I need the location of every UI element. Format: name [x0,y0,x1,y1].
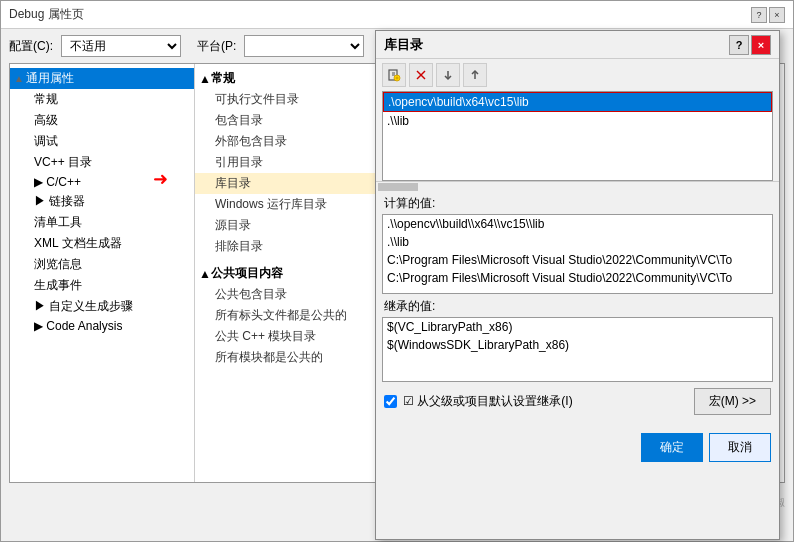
props-group-common: ▲ 常规 [195,68,379,89]
tree-panel: ▲ 通用属性 常规 高级 调试 VC++ 目录 ▶ C/C++ ▶ 链接器 清单… [10,64,195,482]
main-titlebar-buttons: ? × [751,7,785,23]
main-titlebar: Debug 属性页 ? × [1,1,793,29]
computed-label: 计算的值: [376,191,779,214]
props-group-public-label: 公共项目内容 [211,265,283,282]
inherited-label: 继承的值: [376,294,779,317]
main-window-title: Debug 属性页 [9,6,751,23]
computed-item-4: C:\Program Files\Microsoft Visual Studio… [383,269,772,287]
computed-item-3: C:\Program Files\Microsoft Visual Studio… [383,251,772,269]
props-item-executable-dir[interactable]: 可执行文件目录 [195,89,379,110]
props-item-win-runtime-dir[interactable]: Windows 运行库目录 [195,194,379,215]
props-panel: ▲ 常规 可执行文件目录 包含目录 外部包含目录 引用目录 库目录 Window… [195,64,380,482]
tree-item-custom-build[interactable]: ▶ 自定义生成步骤 [10,296,194,317]
dialog-ok-btn[interactable]: 确定 [641,433,703,462]
dialog-toolbar [376,59,779,91]
toolbar-delete-btn[interactable] [409,63,433,87]
props-item-public-include[interactable]: 公共包含目录 [195,284,379,305]
tree-group-general-label: 通用属性 [26,70,74,87]
props-item-public-module-dir[interactable]: 公共 C++ 模块目录 [195,326,379,347]
platform-combo[interactable] [244,35,364,57]
props-item-include-dir[interactable]: 包含目录 [195,110,379,131]
tree-arrow-code-analysis: ▶ [34,319,46,333]
path-listbox[interactable]: .\opencv\build\x64\vc15\lib .\\lib [382,91,773,181]
path-item-lib-text: .\\lib [387,114,409,128]
tree-arrow-general: ▲ [14,73,26,84]
inherited-item-1: $(VC_LibraryPath_x86) [383,318,772,336]
dialog-help-btn[interactable]: ? [729,35,749,55]
path-item-opencv[interactable]: .\opencv\build\x64\vc15\lib [383,92,772,112]
props-arrow-common: ▲ [199,72,211,86]
platform-label: 平台(P: [197,38,236,55]
toolbar-down-btn[interactable] [436,63,460,87]
tree-item-linker[interactable]: ▶ 链接器 [10,191,194,212]
tree-item-manifest[interactable]: 清单工具 [10,212,194,233]
dialog-cancel-btn[interactable]: 取消 [709,433,771,462]
tree-item-vcpp-dir[interactable]: VC++ 目录 [10,152,194,173]
dialog-close-btn[interactable]: × [751,35,771,55]
path-listbox-hscroll[interactable] [376,181,779,191]
macro-btn[interactable]: 宏(M) >> [694,388,771,415]
computed-item-2: .\\lib [383,233,772,251]
inherited-item-2: $(WindowsSDK_LibraryPath_x86) [383,336,772,354]
props-item-all-headers-public[interactable]: 所有标头文件都是公共的 [195,305,379,326]
tree-item-xml[interactable]: XML 文档生成器 [10,233,194,254]
tree-arrow-custom: ▶ [34,299,49,313]
config-label: 配置(C): [9,38,53,55]
dialog-bottom: 确定 取消 [376,425,779,470]
props-item-lib-dir[interactable]: 库目录 [195,173,379,194]
tree-item-cpp[interactable]: ▶ C/C++ [10,173,194,191]
help-button[interactable]: ? [751,7,767,23]
inherit-checkbox[interactable] [384,395,397,408]
tree-item-advanced[interactable]: 高级 [10,110,194,131]
tree-arrow-cpp: ▶ [34,175,46,189]
inherit-label: ☑ 从父级或项目默认设置继承(I) [403,393,573,410]
path-item-opencv-text: .\opencv\build\x64\vc15\lib [388,95,529,109]
props-item-reference-dir[interactable]: 引用目录 [195,152,379,173]
tree-item-code-analysis[interactable]: ▶ Code Analysis [10,317,194,335]
inherited-values-box: $(VC_LibraryPath_x86) $(WindowsSDK_Libra… [382,317,773,382]
dialog-title: 库目录 [384,36,727,54]
tree-item-build-events[interactable]: 生成事件 [10,275,194,296]
hscroll-thumb [378,183,418,191]
computed-item-1: .\\opencv\\build\\x64\\vc15\\lib [383,215,772,233]
tree-arrow-linker: ▶ [34,194,49,208]
tree-item-common[interactable]: 常规 [10,89,194,110]
tree-item-debug[interactable]: 调试 [10,131,194,152]
path-item-lib[interactable]: .\\lib [383,112,772,130]
props-arrow-public: ▲ [199,267,211,281]
tree-group-general[interactable]: ▲ 通用属性 [10,68,194,89]
tree-item-browse[interactable]: 浏览信息 [10,254,194,275]
checkbox-row: ☑ 从父级或项目默认设置继承(I) 宏(M) >> [376,382,779,421]
props-group-public: ▲ 公共项目内容 [195,263,379,284]
props-group-common-label: 常规 [211,70,235,87]
dialog-titlebar: 库目录 ? × [376,31,779,59]
close-button[interactable]: × [769,7,785,23]
computed-values-box: .\\opencv\\build\\x64\\vc15\\lib .\\lib … [382,214,773,294]
props-item-all-modules-public[interactable]: 所有模块都是公共的 [195,347,379,368]
lib-dir-dialog: 库目录 ? × [375,30,780,540]
props-item-external-include[interactable]: 外部包含目录 [195,131,379,152]
toolbar-new-btn[interactable] [382,63,406,87]
toolbar-up-btn[interactable] [463,63,487,87]
props-item-exclude-dir[interactable]: 排除目录 [195,236,379,257]
props-item-source-dir[interactable]: 源目录 [195,215,379,236]
config-combo[interactable]: 不适用 [61,35,181,57]
